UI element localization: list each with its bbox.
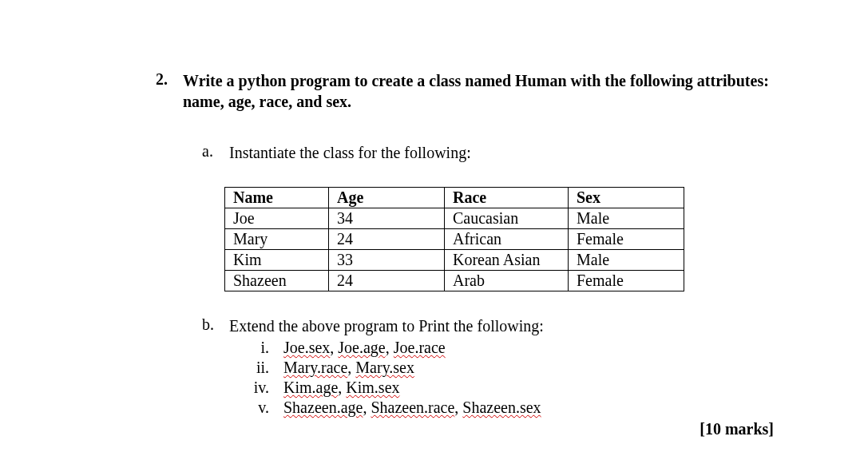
code-ref: Kim.age [283, 379, 338, 396]
cell-sex: Female [569, 271, 684, 291]
question-heading: 2. Write a python program to create a cl… [156, 70, 771, 112]
roman-text: Kim.age, Kim.sex [283, 378, 400, 398]
list-item: iv. Kim.age, Kim.sex [229, 378, 771, 398]
code-ref: Joe.race [394, 339, 446, 356]
roman-text: Mary.race, Mary.sex [283, 358, 414, 378]
list-item: v. Shazeen.age, Shazeen.race, Shazeen.se… [229, 398, 771, 418]
question-number: 2. [156, 70, 183, 89]
code-ref: Joe.age [338, 339, 385, 356]
cell-race: Arab [445, 271, 569, 291]
cell-sex: Male [569, 250, 684, 271]
table-row: Joe 34 Caucasian Male [225, 208, 684, 229]
code-ref: Shazeen.race [371, 399, 454, 416]
question-prompt: Write a python program to create a class… [183, 70, 771, 112]
part-b-list: i. Joe.sex, Joe.age, Joe.race ii. Mary.r… [229, 338, 771, 418]
cell-name: Shazeen [225, 271, 329, 291]
roman-text: Joe.sex, Joe.age, Joe.race [283, 338, 446, 358]
code-ref: Shazeen.age [283, 399, 363, 416]
document-page: 2. Write a python program to create a cl… [0, 0, 868, 456]
table-header-row: Name Age Race Sex [225, 188, 684, 208]
code-ref: Mary.race [283, 359, 347, 376]
code-ref: Kim.sex [346, 379, 399, 396]
cell-race: Korean Asian [445, 250, 569, 271]
table-row: Kim 33 Korean Asian Male [225, 250, 684, 271]
part-b-label: b. [202, 315, 229, 334]
part-b-text: Extend the above program to Print the fo… [229, 315, 544, 336]
part-a: a. Instantiate the class for the followi… [202, 142, 771, 163]
list-item: i. Joe.sex, Joe.age, Joe.race [229, 338, 771, 358]
cell-race: African [445, 229, 569, 250]
part-b: b. Extend the above program to Print the… [202, 315, 771, 418]
th-age: Age [329, 188, 445, 208]
cell-name: Joe [225, 208, 329, 229]
cell-age: 33 [329, 250, 445, 271]
part-a-label: a. [202, 142, 229, 161]
instance-table: Name Age Race Sex Joe 34 Caucasian Male … [224, 187, 684, 291]
table-row: Mary 24 African Female [225, 229, 684, 250]
code-ref: Shazeen.sex [462, 399, 541, 416]
list-item: ii. Mary.race, Mary.sex [229, 358, 771, 378]
th-race: Race [445, 188, 569, 208]
th-name: Name [225, 188, 329, 208]
cell-sex: Male [569, 208, 684, 229]
cell-age: 24 [329, 271, 445, 291]
cell-name: Kim [225, 250, 329, 271]
cell-sex: Female [569, 229, 684, 250]
table-row: Shazeen 24 Arab Female [225, 271, 684, 291]
cell-name: Mary [225, 229, 329, 250]
th-sex: Sex [569, 188, 684, 208]
question-block: 2. Write a python program to create a cl… [156, 70, 771, 418]
code-ref: Joe.sex [283, 339, 330, 356]
roman-label: i. [229, 338, 283, 358]
part-a-text: Instantiate the class for the following: [229, 142, 471, 163]
roman-label: iv. [229, 378, 283, 398]
roman-label: ii. [229, 358, 283, 378]
roman-label: v. [229, 398, 283, 418]
cell-age: 24 [329, 229, 445, 250]
roman-text: Shazeen.age, Shazeen.race, Shazeen.sex [283, 398, 541, 418]
cell-race: Caucasian [445, 208, 569, 229]
marks-label: [10 marks] [700, 420, 774, 438]
cell-age: 34 [329, 208, 445, 229]
code-ref: Mary.sex [355, 359, 414, 376]
